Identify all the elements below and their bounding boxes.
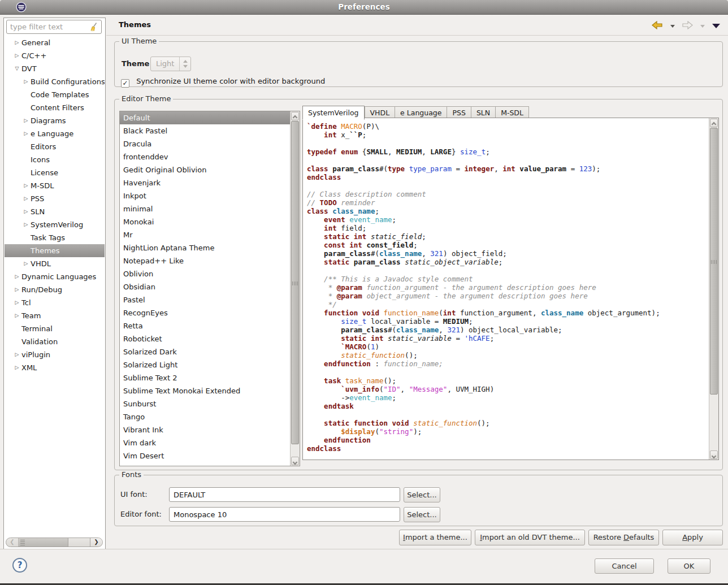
restore-defaults-button[interactable]: Restore Defaults bbox=[588, 530, 659, 545]
theme-option[interactable]: minimal bbox=[120, 202, 290, 215]
code-scroll-thumb[interactable] bbox=[710, 128, 718, 395]
theme-option[interactable]: Tango bbox=[120, 410, 290, 423]
theme-option[interactable]: Oblivion bbox=[120, 267, 290, 280]
sync-theme-checkbox[interactable]: ✓ bbox=[121, 79, 129, 88]
sidebar-item-sln[interactable]: ▷SLN bbox=[5, 205, 105, 218]
sidebar-item-vhdl[interactable]: ▷VHDL bbox=[5, 257, 105, 270]
theme-option[interactable]: Sunburst bbox=[120, 397, 290, 410]
sidebar-item-run-debug[interactable]: ▷Run/Debug bbox=[5, 283, 105, 296]
theme-list-scrollbar[interactable] bbox=[290, 111, 300, 466]
theme-option[interactable]: Gedit Original Oblivion bbox=[120, 163, 290, 176]
sidebar-item-general[interactable]: ▷General bbox=[5, 36, 105, 49]
tree-collapsed-icon[interactable]: ▷ bbox=[12, 361, 21, 374]
theme-option[interactable]: Notepad++ Like bbox=[120, 254, 290, 267]
editor-font-input[interactable] bbox=[169, 507, 400, 522]
sidebar-item-viplugin[interactable]: ▷viPlugin bbox=[5, 348, 105, 361]
scroll-down-icon[interactable] bbox=[710, 450, 718, 459]
theme-option[interactable]: frontenddev bbox=[120, 150, 290, 163]
theme-option[interactable]: Mr bbox=[120, 228, 290, 241]
scroll-down-icon[interactable] bbox=[291, 457, 299, 465]
sidebar-item-license[interactable]: License bbox=[5, 166, 105, 179]
tree-collapsed-icon[interactable]: ▷ bbox=[21, 205, 31, 218]
import-old-dvt-theme-button[interactable]: Import an old DVT theme... bbox=[475, 530, 585, 545]
editor-font-select-button[interactable]: Select... bbox=[404, 507, 440, 522]
tree-collapsed-icon[interactable]: ▷ bbox=[21, 114, 31, 127]
sidebar-item-content-filters[interactable]: Content Filters bbox=[5, 101, 105, 114]
theme-combo[interactable]: Light bbox=[150, 57, 191, 71]
theme-option[interactable]: Vibrant Ink bbox=[120, 423, 290, 436]
theme-option[interactable]: Solarized Light bbox=[120, 358, 290, 371]
filter-input[interactable] bbox=[10, 21, 88, 32]
sidebar-item-systemverilog[interactable]: ▷SystemVerilog bbox=[5, 218, 105, 231]
tree-collapsed-icon[interactable]: ▷ bbox=[21, 192, 31, 205]
broom-clear-icon[interactable] bbox=[89, 22, 99, 32]
ui-font-input[interactable] bbox=[169, 487, 400, 502]
sidebar-item-m-sdl[interactable]: ▷M-SDL bbox=[5, 179, 105, 192]
ui-font-select-button[interactable]: Select... bbox=[404, 487, 440, 502]
back-arrow-icon[interactable] bbox=[652, 21, 662, 31]
tree-collapsed-icon[interactable]: ▷ bbox=[21, 179, 31, 192]
theme-option[interactable]: Obsidian bbox=[120, 280, 290, 293]
tree-collapsed-icon[interactable]: ▷ bbox=[21, 127, 31, 140]
theme-option[interactable]: Sublime Text 2 bbox=[120, 371, 290, 384]
tree-collapsed-icon[interactable]: ▷ bbox=[12, 36, 21, 49]
sidebar-item-dynamic-languages[interactable]: ▷Dynamic Languages bbox=[5, 270, 105, 283]
import-theme-button[interactable]: Import a theme... bbox=[399, 530, 471, 545]
theme-option[interactable]: Monokai bbox=[120, 215, 290, 228]
sidebar-item-c-c-[interactable]: ▷C/C++ bbox=[5, 49, 105, 62]
sidebar-item-diagrams[interactable]: ▷Diagrams bbox=[5, 114, 105, 127]
scroll-left-icon[interactable]: ❮ bbox=[6, 538, 19, 547]
tree-hscroll-thumb[interactable] bbox=[19, 538, 68, 547]
theme-option[interactable]: Solarized Dark bbox=[120, 345, 290, 358]
forward-arrow-icon[interactable] bbox=[682, 21, 693, 31]
theme-option[interactable]: Black Pastel bbox=[120, 124, 290, 137]
sidebar-item-themes[interactable]: Themes bbox=[5, 244, 105, 257]
view-menu-icon[interactable] bbox=[712, 22, 720, 31]
sidebar-item-build-configurations[interactable]: ▷Build Configurations bbox=[5, 75, 105, 88]
cancel-button[interactable]: Cancel bbox=[595, 558, 654, 574]
theme-option[interactable]: Default bbox=[120, 111, 290, 124]
theme-list-scroll-thumb[interactable] bbox=[291, 121, 299, 444]
theme-option[interactable]: RecognEyes bbox=[120, 306, 290, 319]
scroll-up-icon[interactable] bbox=[710, 119, 718, 127]
theme-option[interactable]: Dracula bbox=[120, 137, 290, 150]
tree-collapsed-icon[interactable]: ▷ bbox=[12, 348, 21, 361]
sidebar-item-task-tags[interactable]: Task Tags bbox=[5, 231, 105, 244]
sidebar-item-team[interactable]: ▷Team bbox=[5, 309, 105, 322]
theme-option[interactable]: Retta bbox=[120, 319, 290, 332]
back-history-chevron-icon[interactable] bbox=[670, 25, 675, 28]
sidebar-item-pss[interactable]: ▷PSS bbox=[5, 192, 105, 205]
theme-option[interactable]: Pastel bbox=[120, 293, 290, 306]
sidebar-item-code-templates[interactable]: Code Templates bbox=[5, 88, 105, 101]
ok-button[interactable]: OK bbox=[668, 558, 710, 574]
theme-option[interactable]: Roboticket bbox=[120, 332, 290, 345]
tree-collapsed-icon[interactable]: ▷ bbox=[21, 257, 31, 270]
theme-option[interactable]: Vim Desert bbox=[120, 449, 290, 462]
tree-expanded-icon[interactable]: ▽ bbox=[12, 62, 21, 75]
tree-collapsed-icon[interactable]: ▷ bbox=[12, 283, 21, 296]
tree-collapsed-icon[interactable]: ▷ bbox=[12, 296, 21, 309]
scroll-up-icon[interactable] bbox=[291, 112, 299, 120]
sync-theme-checkbox-label[interactable]: Synchronize UI theme color with editor b… bbox=[136, 77, 325, 85]
forward-history-chevron-icon[interactable] bbox=[700, 25, 705, 28]
theme-option[interactable]: NightLion Aptana Theme bbox=[120, 241, 290, 254]
sidebar-item-editors[interactable]: Editors bbox=[5, 140, 105, 153]
sync-theme-checkbox-row[interactable]: ✓ Synchronize UI theme color with editor… bbox=[121, 77, 325, 86]
tree-collapsed-icon[interactable]: ▷ bbox=[21, 75, 31, 88]
sidebar-item-validation[interactable]: Validation bbox=[5, 335, 105, 348]
theme-option[interactable]: Inkpot bbox=[120, 189, 290, 202]
theme-option[interactable]: Havenjark bbox=[120, 176, 290, 189]
tab-pss[interactable]: PSS bbox=[447, 106, 470, 118]
tab-m-sdl[interactable]: M-SDL bbox=[495, 106, 529, 118]
tab-e-language[interactable]: e Language bbox=[395, 106, 447, 118]
sidebar-item-e-language[interactable]: ▷e Language bbox=[5, 127, 105, 140]
apply-button[interactable]: Apply bbox=[662, 530, 723, 545]
code-scrollbar[interactable] bbox=[709, 118, 718, 460]
help-button[interactable]: ? bbox=[12, 558, 27, 573]
tab-systemverilog[interactable]: SystemVerilog bbox=[302, 106, 365, 120]
tab-vhdl[interactable]: VHDL bbox=[365, 106, 395, 118]
tree-collapsed-icon[interactable]: ▷ bbox=[12, 270, 21, 283]
sidebar-item-icons[interactable]: Icons bbox=[5, 153, 105, 166]
tree-collapsed-icon[interactable]: ▷ bbox=[12, 49, 21, 62]
sidebar-item-terminal[interactable]: Terminal bbox=[5, 322, 105, 335]
